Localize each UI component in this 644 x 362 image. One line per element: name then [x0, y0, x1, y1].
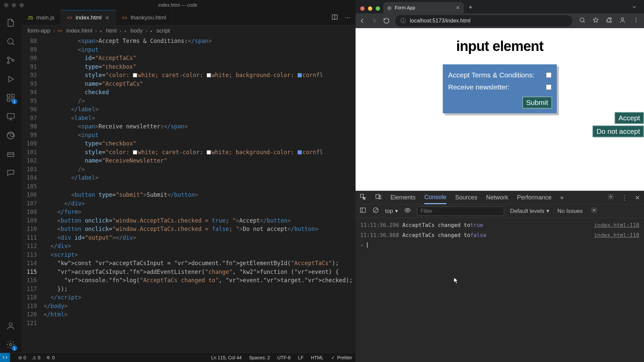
sidebar-toggle-icon[interactable] — [360, 207, 366, 215]
inspect-element-icon[interactable] — [360, 193, 366, 202]
devtools: Elements Console Sources Network Perform… — [356, 191, 644, 362]
html-file-icon: <> — [122, 15, 127, 20]
vscode-traffic-lights[interactable] — [4, 3, 24, 7]
accounts-icon[interactable] — [3, 318, 19, 334]
accept-button[interactable]: Accept — [614, 112, 644, 124]
run-debug-icon[interactable] — [3, 71, 19, 87]
crumb[interactable]: script — [156, 27, 170, 34]
extensions-icon[interactable]: 1 — [3, 90, 19, 106]
remote-indicator-icon[interactable] — [0, 353, 10, 362]
crumb[interactable]: form-app — [28, 27, 50, 34]
extensions-puzzle-icon[interactable] — [606, 17, 612, 25]
tab-thankyouhtml[interactable]: <>thankyou.html — [116, 10, 172, 25]
tab-performance[interactable]: Performance — [517, 194, 551, 201]
settings-badge: 1 — [12, 346, 17, 351]
log-levels[interactable]: Default levels ▾ — [510, 207, 549, 215]
activity-extra-icon[interactable] — [3, 146, 19, 162]
status-lang[interactable]: HTML — [311, 355, 324, 360]
split-editor-icon[interactable] — [331, 14, 338, 22]
tab-network[interactable]: Network — [486, 194, 508, 201]
device-toolbar-icon[interactable] — [375, 193, 382, 202]
site-info-icon[interactable]: ⓘ — [400, 17, 406, 24]
page-heading: input element — [356, 38, 644, 54]
console-settings-icon[interactable] — [591, 207, 597, 215]
submit-button[interactable]: Submit — [522, 97, 552, 109]
search-icon[interactable] — [3, 34, 19, 50]
do-not-accept-button[interactable]: Do not accept — [592, 125, 644, 137]
bookmark-icon[interactable] — [592, 17, 599, 25]
crumb[interactable]: index.html — [66, 27, 92, 34]
zoom-icon[interactable] — [579, 17, 586, 25]
svg-rect-23 — [361, 208, 366, 212]
console-output[interactable]: 11:11:36.296 AcceptTaCs changed to truei… — [356, 218, 644, 362]
svg-point-22 — [610, 196, 612, 198]
svg-rect-5 — [11, 95, 14, 97]
close-icon[interactable]: ✕ — [105, 15, 109, 21]
form-row-newsletter: Receive newsletter: — [447, 81, 552, 93]
crumb[interactable]: html — [106, 27, 117, 34]
symbol-icon: ⬥ — [124, 28, 126, 33]
context-selector[interactable]: top ▾ — [385, 207, 398, 215]
no-issues[interactable]: No Issues — [557, 208, 583, 215]
svg-point-1 — [7, 57, 9, 59]
browser-traffic-lights[interactable] — [358, 6, 383, 13]
comments-icon[interactable] — [3, 165, 19, 181]
status-formatter[interactable]: Prettier — [331, 355, 352, 360]
status-cursor[interactable]: Ln 115, Col 44 — [211, 355, 241, 360]
svg-point-26 — [593, 209, 595, 211]
status-encoding[interactable]: UTF-8 — [277, 355, 291, 360]
tab-indexhtml[interactable]: <>index.html✕ — [61, 10, 116, 25]
edge-tools-icon[interactable] — [3, 127, 19, 143]
settings-gear-icon[interactable]: 1 — [3, 337, 19, 353]
crumb[interactable]: body — [130, 27, 143, 34]
clear-console-icon[interactable] — [372, 207, 379, 215]
checkbox-newsletter[interactable] — [546, 84, 551, 90]
extensions-badge: 1 — [12, 99, 17, 104]
profile-icon[interactable] — [619, 17, 626, 25]
status-warnings[interactable]: ⚠ 0 — [32, 355, 41, 360]
status-spaces[interactable]: Spaces: 2 — [249, 355, 270, 360]
close-icon[interactable]: ✕ — [456, 5, 460, 10]
reload-button[interactable] — [383, 17, 390, 24]
js-file-icon: JS — [28, 15, 33, 20]
devtools-settings-icon[interactable] — [607, 193, 614, 202]
svg-point-12 — [10, 344, 12, 346]
address-bar[interactable]: ⓘ localhost:5173/index.html — [395, 15, 572, 26]
svg-rect-10 — [8, 153, 14, 157]
kebab-menu-icon[interactable] — [633, 17, 639, 25]
svg-point-17 — [636, 20, 637, 21]
filter-input[interactable] — [417, 206, 504, 216]
code-lines[interactable]: <span>Accept Terms & Conditions:</span> … — [44, 36, 356, 353]
back-button[interactable] — [359, 17, 366, 24]
tab-console[interactable]: Console — [424, 191, 446, 204]
forward-button[interactable] — [371, 17, 378, 24]
status-eol[interactable]: LF — [298, 355, 303, 360]
code-editor[interactable]: 8889909192939495969798991001011021031041… — [21, 36, 356, 353]
tab-mainjs[interactable]: JSmain.js — [21, 10, 61, 25]
svg-point-14 — [580, 18, 584, 22]
svg-point-25 — [407, 209, 408, 211]
close-devtools-icon[interactable]: ✕ — [635, 194, 640, 201]
status-ports[interactable]: ⚟ 0 — [46, 355, 55, 360]
breadcrumbs[interactable]: form-app› <>index.html› ⬥html› ⬥body› ⬥s… — [21, 25, 356, 36]
remote-explorer-icon[interactable] — [3, 109, 19, 125]
browser-tab[interactable]: ◎ Form App ✕ — [383, 2, 464, 13]
html-file-icon: <> — [67, 15, 72, 20]
svg-rect-4 — [7, 95, 10, 97]
new-tab-button[interactable]: + — [464, 4, 477, 13]
svg-point-0 — [8, 39, 13, 44]
status-errors[interactable]: ⊘ 0 — [18, 355, 26, 360]
tab-elements[interactable]: Elements — [390, 194, 416, 201]
checkbox-terms[interactable] — [546, 72, 551, 78]
window-dropdown-icon[interactable] — [627, 4, 641, 13]
tab-sources[interactable]: Sources — [455, 194, 477, 201]
more-icon[interactable]: ⋯ — [345, 14, 350, 21]
rendered-page: input element Accept Terms & Conditions:… — [356, 28, 644, 191]
explorer-icon[interactable] — [3, 15, 19, 31]
form-card: Accept Terms & Conditions: Receive newsl… — [443, 64, 557, 113]
live-expression-icon[interactable] — [404, 207, 411, 215]
source-control-icon[interactable] — [3, 52, 19, 68]
kebab-menu-icon[interactable]: ⋮ — [622, 194, 628, 201]
more-tabs-icon[interactable]: » — [560, 194, 564, 201]
tab-label: main.js — [36, 14, 54, 21]
